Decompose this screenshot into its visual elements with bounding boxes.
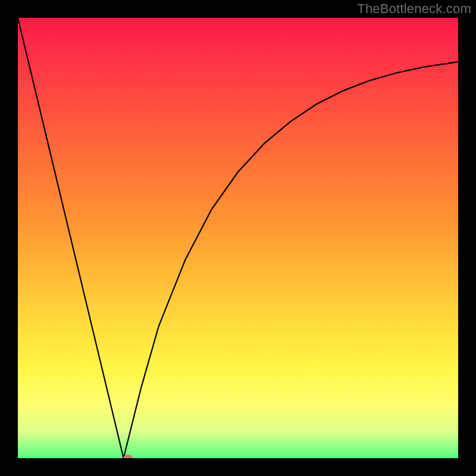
curve-path — [18, 18, 458, 458]
chart-frame: TheBottleneck.com — [0, 0, 476, 476]
plot-area — [18, 18, 458, 458]
optimal-point-marker — [123, 455, 133, 458]
watermark-text: TheBottleneck.com — [357, 1, 471, 17]
bottleneck-curve — [18, 18, 458, 458]
